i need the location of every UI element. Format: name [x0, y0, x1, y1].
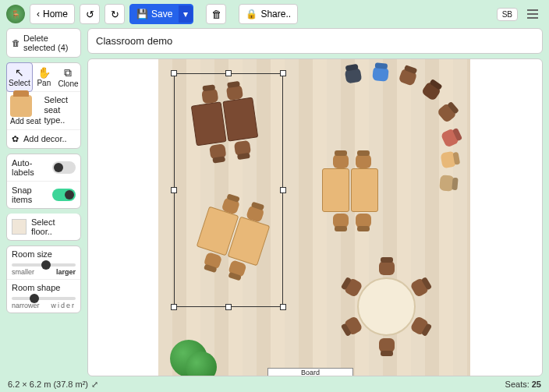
selection-handle[interactable] — [171, 304, 177, 310]
redo-icon: ↻ — [111, 9, 119, 20]
desk-group[interactable] — [197, 207, 271, 267]
chair[interactable] — [209, 143, 226, 160]
chevron-down-icon[interactable]: ▾ — [179, 5, 193, 23]
round-table[interactable] — [357, 277, 416, 336]
add-decor-button[interactable]: ✿ Add decor.. — [7, 129, 80, 148]
chair[interactable] — [372, 66, 388, 82]
tool-pan[interactable]: ✋Pan — [32, 63, 56, 91]
select-floor-button[interactable]: Select floor.. — [6, 214, 81, 241]
add-seat-button[interactable] — [10, 95, 32, 117]
chair[interactable] — [356, 214, 371, 228]
snap-items-toggle[interactable] — [52, 189, 76, 201]
tool-select[interactable]: ↖Select — [7, 63, 32, 91]
chair[interactable] — [201, 88, 218, 104]
room-dimensions: 6.2 × 6.2 m (37.8 m²) — [8, 380, 88, 389]
decor-icon: ✿ — [12, 134, 19, 144]
undo-icon: ↺ — [86, 9, 94, 20]
auto-labels-label: Auto-labels — [12, 158, 48, 177]
room-canvas[interactable]: BoardFront of the room ↑↓ — [87, 58, 543, 376]
chair[interactable] — [226, 85, 243, 101]
room-shape-slider[interactable] — [12, 297, 76, 300]
chair[interactable] — [333, 154, 349, 168]
home-button[interactable]: ‹Home — [30, 4, 75, 24]
hand-icon: ✋ — [34, 66, 55, 79]
chevron-left-icon: ‹ — [37, 9, 40, 19]
selection-handle[interactable] — [280, 187, 286, 193]
add-seat-label: Add seat — [10, 117, 41, 125]
seats-count: 25 — [532, 380, 541, 389]
trash-icon: 🗑 — [211, 9, 221, 20]
menu-button[interactable] — [522, 4, 543, 24]
selection-handle[interactable] — [280, 304, 286, 310]
tool-clone[interactable]: ⧉Clone — [56, 63, 80, 91]
selection-handle[interactable] — [225, 304, 232, 310]
auto-labels-toggle[interactable] — [52, 161, 76, 174]
expand-icon[interactable]: ⤢ — [91, 380, 98, 390]
seats-label: Seats: — [505, 380, 530, 389]
page-title[interactable]: Classroom demo — [87, 28, 543, 54]
share-button[interactable]: 🔒Share.. — [239, 4, 298, 24]
chair[interactable] — [379, 261, 395, 275]
clone-icon: ⧉ — [58, 66, 79, 79]
delete-button[interactable]: 🗑 — [206, 4, 226, 24]
desk-group[interactable] — [322, 168, 378, 212]
select-seat-type-button[interactable]: Select seat type.. — [44, 95, 77, 126]
room-size-label: Room size — [12, 249, 76, 259]
delete-selected-button[interactable]: 🗑 Delete selected (4) — [6, 28, 81, 58]
user-badge[interactable]: SB — [497, 8, 518, 21]
selection-handle[interactable] — [171, 187, 177, 193]
room-shape-label: Room shape — [12, 283, 76, 292]
redo-button[interactable]: ↻ — [104, 4, 125, 24]
save-button[interactable]: 💾Save▾ — [129, 4, 193, 24]
bush-decor[interactable] — [186, 351, 217, 376]
chair[interactable] — [356, 154, 371, 168]
board[interactable]: Board — [267, 368, 353, 376]
room-size-slider[interactable] — [12, 263, 76, 267]
selection-handle[interactable] — [171, 70, 177, 76]
desk-group[interactable] — [191, 97, 258, 147]
trash-icon: 🗑 — [12, 38, 20, 48]
snap-items-label: Snap items — [12, 185, 48, 204]
selection-handle[interactable] — [225, 70, 232, 76]
chair[interactable] — [439, 175, 455, 191]
cursor-icon: ↖ — [9, 66, 30, 79]
lock-icon: 🔒 — [246, 9, 257, 19]
undo-button[interactable]: ↺ — [80, 4, 100, 24]
app-logo[interactable]: 🪑 — [6, 5, 25, 23]
selection-handle[interactable] — [280, 70, 286, 76]
save-icon: 💾 — [136, 9, 148, 19]
chair[interactable] — [234, 140, 251, 157]
chair[interactable] — [440, 151, 456, 169]
chair[interactable] — [333, 214, 349, 228]
floor-swatch — [12, 219, 27, 235]
chair[interactable] — [379, 338, 395, 352]
